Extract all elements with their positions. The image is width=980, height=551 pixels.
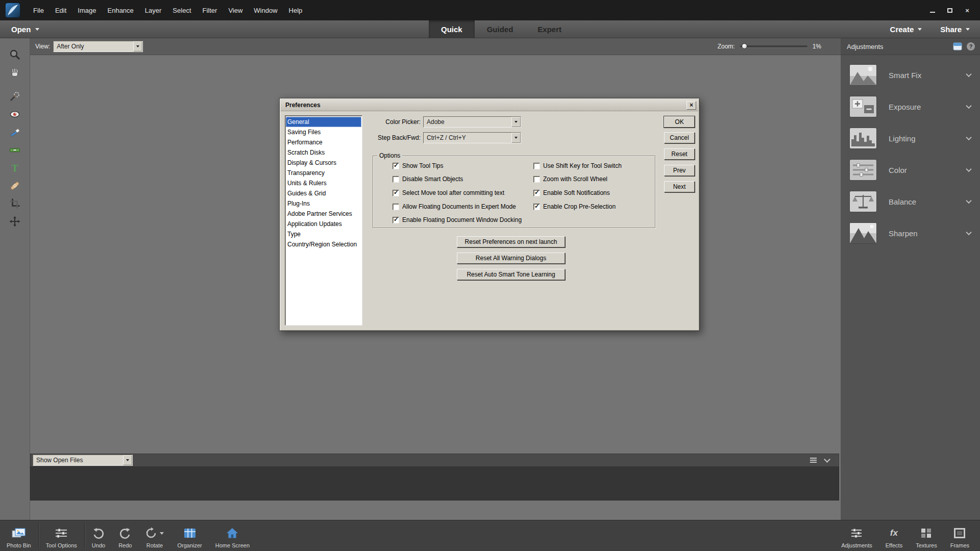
undo-button[interactable]: Undo	[85, 520, 112, 551]
maximize-button[interactable]	[943, 5, 957, 15]
menu-image[interactable]: Image	[72, 0, 102, 20]
category-guides-grid[interactable]: Guides & Grid	[286, 188, 361, 198]
checkbox-enable-crop-preselection[interactable]: Enable Crop Pre-Selection	[533, 203, 616, 211]
dialog-titlebar[interactable]: Preferences ×	[281, 99, 698, 111]
adjustment-color[interactable]: Color	[841, 154, 980, 186]
checkbox-show-tool-tips[interactable]: Show Tool Tips	[393, 162, 444, 170]
cancel-button[interactable]: Cancel	[664, 132, 695, 143]
menu-edit[interactable]: Edit	[50, 0, 72, 20]
menu-enhance[interactable]: Enhance	[102, 0, 139, 20]
color-picker-select[interactable]: Adobe	[423, 116, 521, 128]
chevron-down-icon[interactable]	[511, 133, 521, 143]
panel-menu-icon[interactable]	[810, 460, 817, 461]
adjustment-sharpen[interactable]: Sharpen	[841, 217, 980, 249]
create-button[interactable]: Create	[890, 25, 922, 34]
category-adobe-partner-services[interactable]: Adobe Partner Services	[286, 209, 361, 219]
photo-bin-button[interactable]: Photo Bin	[0, 520, 38, 551]
menu-window[interactable]: Window	[248, 0, 283, 20]
red-eye-removal-tool[interactable]	[6, 105, 24, 123]
chevron-down-icon[interactable]	[966, 103, 971, 109]
menu-select[interactable]: Select	[167, 0, 197, 20]
chevron-down-icon[interactable]	[966, 198, 971, 204]
checkbox-box[interactable]	[533, 176, 540, 183]
adjustment-lighting[interactable]: Lighting	[841, 122, 980, 154]
category-plug-ins[interactable]: Plug-Ins	[286, 198, 361, 209]
minimize-button[interactable]	[926, 5, 939, 15]
reset-auto-smart-tone-button[interactable]: Reset Auto Smart Tone Learning	[457, 269, 565, 280]
checkbox-use-shift-key[interactable]: Use Shift Key for Tool Switch	[533, 162, 622, 170]
reset-preferences-launch-button[interactable]: Reset Preferences on next launch	[457, 236, 565, 247]
straighten-tool[interactable]	[6, 141, 24, 159]
checkbox-box[interactable]	[393, 204, 399, 210]
menu-filter[interactable]: Filter	[197, 0, 223, 20]
organizer-button[interactable]: Organizer	[170, 520, 208, 551]
category-application-updates[interactable]: Application Updates	[286, 219, 361, 229]
frames-button[interactable]: Frames	[944, 520, 976, 551]
adjustment-balance[interactable]: Balance	[841, 186, 980, 217]
chevron-down-icon[interactable]	[966, 230, 971, 235]
menu-view[interactable]: View	[223, 0, 248, 20]
spot-healing-brush-tool[interactable]	[6, 177, 24, 194]
chevron-down-icon[interactable]	[133, 41, 142, 52]
adjustment-exposure[interactable]: Exposure	[841, 91, 980, 122]
checkbox-enable-soft-notifications[interactable]: Enable Soft Notifications	[533, 189, 610, 197]
tab-quick[interactable]: Quick	[429, 20, 475, 38]
checkbox-box[interactable]	[393, 190, 399, 196]
category-country-region[interactable]: Country/Region Selection	[286, 239, 361, 249]
help-icon[interactable]: ?	[967, 42, 975, 51]
checkbox-box[interactable]	[533, 190, 540, 196]
checkbox-allow-floating-documents[interactable]: Allow Floating Documents in Expert Mode	[393, 203, 516, 211]
menu-layer[interactable]: Layer	[139, 0, 167, 20]
collapse-chevron-icon[interactable]	[824, 456, 830, 463]
chevron-down-icon[interactable]	[123, 455, 132, 465]
home-screen-button[interactable]: Home Screen	[209, 520, 256, 551]
view-select[interactable]: After Only	[53, 41, 143, 52]
chevron-down-icon[interactable]	[966, 135, 971, 140]
panel-options-icon[interactable]	[953, 42, 962, 51]
adjustment-smart-fix[interactable]: Smart Fix	[841, 59, 980, 91]
prev-button[interactable]: Prev	[664, 165, 695, 176]
whiten-teeth-tool[interactable]	[6, 123, 24, 141]
checkbox-box[interactable]	[533, 204, 540, 210]
open-button[interactable]: Open	[11, 20, 39, 38]
step-back-select[interactable]: Ctrl+Z / Ctrl+Y	[423, 132, 521, 143]
tool-options-button[interactable]: Tool Options	[39, 520, 84, 551]
zoom-tool[interactable]	[6, 45, 24, 63]
category-units-rulers[interactable]: Units & Rulers	[286, 178, 361, 188]
rotate-button[interactable]: Rotate	[138, 520, 170, 551]
photo-bin-select[interactable]: Show Open Files	[33, 455, 133, 466]
checkbox-disable-smart-objects[interactable]: Disable Smart Objects	[393, 175, 463, 183]
close-button[interactable]: ×	[961, 5, 974, 15]
textures-button[interactable]: Textures	[909, 520, 944, 551]
chevron-down-icon[interactable]	[160, 532, 164, 535]
crop-tool[interactable]	[6, 194, 24, 212]
reset-button[interactable]: Reset	[664, 148, 695, 160]
category-transparency[interactable]: Transparency	[286, 168, 361, 178]
quick-selection-tool[interactable]	[6, 87, 24, 105]
category-performance[interactable]: Performance	[286, 137, 361, 147]
adjustments-button[interactable]: Adjustments	[835, 520, 879, 551]
move-tool[interactable]	[6, 212, 24, 230]
checkbox-box[interactable]	[393, 217, 399, 223]
redo-button[interactable]: Redo	[112, 520, 138, 551]
share-button[interactable]: Share	[940, 25, 970, 34]
type-tool[interactable]: T	[6, 159, 24, 177]
checkbox-select-move-tool[interactable]: Select Move tool after committing text	[393, 189, 504, 197]
next-button[interactable]: Next	[664, 181, 695, 192]
category-general[interactable]: General	[286, 117, 361, 127]
checkbox-box[interactable]	[393, 163, 399, 169]
category-display-cursors[interactable]: Display & Cursors	[286, 158, 361, 168]
category-scratch-disks[interactable]: Scratch Disks	[286, 147, 361, 158]
effects-button[interactable]: fx Effects	[879, 520, 909, 551]
zoom-slider-thumb[interactable]	[742, 43, 747, 49]
checkbox-zoom-scroll-wheel[interactable]: Zoom with Scroll Wheel	[533, 175, 607, 183]
menu-file[interactable]: File	[28, 0, 50, 20]
reset-warning-dialogs-button[interactable]: Reset All Warning Dialogs	[457, 253, 565, 264]
tab-expert[interactable]: Expert	[525, 20, 574, 38]
dialog-close-button[interactable]: ×	[687, 101, 696, 110]
zoom-slider[interactable]	[740, 45, 807, 47]
tab-guided[interactable]: Guided	[475, 20, 526, 38]
menu-help[interactable]: Help	[283, 0, 308, 20]
checkbox-enable-floating-docking[interactable]: Enable Floating Document Window Docking	[393, 216, 522, 224]
checkbox-box[interactable]	[393, 176, 399, 183]
